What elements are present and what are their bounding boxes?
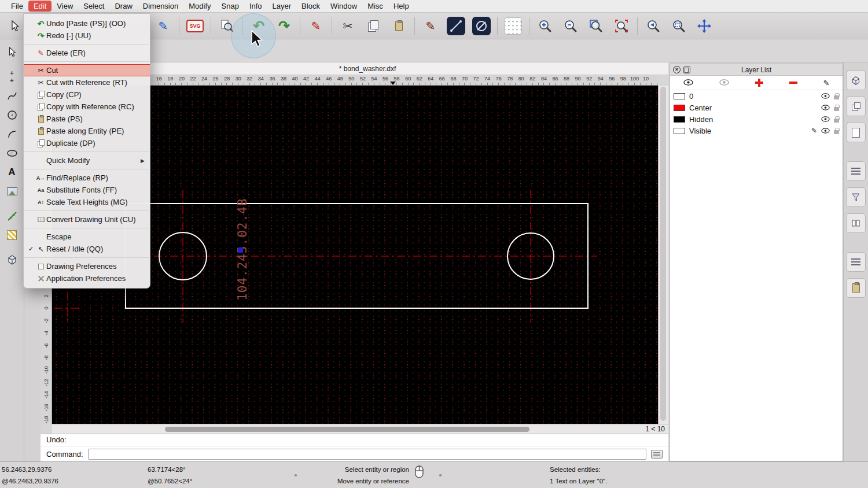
layer-row-0[interactable]: 0 [670,90,843,102]
grid-toggle-button[interactable] [501,14,526,38]
menu-item-scale-text-heights[interactable]: A↕Scale Text Heights (MG) [24,196,150,208]
menu-item-duplicate[interactable]: Duplicate (DP) [24,137,150,149]
washer-outline-rect[interactable] [126,204,588,308]
vertical-scrollbar[interactable] [658,86,668,424]
catalog-panel-button[interactable] [846,213,866,233]
delete-button[interactable]: ✎ [303,14,329,38]
menu-item-escape[interactable]: Escape [24,231,150,243]
zoom-out-button[interactable] [558,14,583,38]
mouse-hints: Select entity or region Move entity or r… [315,464,409,487]
select-arrow-tool[interactable] [2,42,23,61]
menu-item-find-replace[interactable]: A↔Find/Replace (RP) [24,172,150,184]
menu-item-paste[interactable]: Paste (PS) [24,113,150,125]
layer-visibility-toggle[interactable] [821,127,830,135]
layer-lock-icon[interactable] [834,119,839,123]
zoom-previous-button[interactable] [641,14,666,38]
menu-item-copy[interactable]: Copy (CP) [24,88,150,101]
layer-lock-icon[interactable] [834,130,839,134]
menu-misc[interactable]: Misc [362,1,388,12]
zoom-redraw-button[interactable] [609,14,634,38]
layer-visibility-toggle[interactable] [821,92,830,101]
measure-tool[interactable] [2,206,23,225]
layer-row-center[interactable]: Center [670,102,843,113]
snap-points-tool[interactable]: ++ [2,67,23,86]
menu-item-cut[interactable]: ✂Cut [24,64,150,76]
text-tool[interactable]: A [2,162,23,182]
block-list-panel-button[interactable] [846,71,866,90]
show-all-layers-button[interactable] [683,79,693,87]
close-panel-button[interactable]: × [673,66,681,73]
document-panel-button[interactable] [846,123,866,142]
zoom-auto-button[interactable] [583,14,609,38]
add-layer-button[interactable] [755,79,763,87]
edit-pen-button[interactable]: ✎ [150,14,176,38]
menu-snap[interactable]: Snap [216,1,244,12]
library-browser-button[interactable] [846,97,866,116]
clipboard-panel-button[interactable] [846,278,866,298]
menu-dimension[interactable]: Dimension [138,1,183,12]
arc-tool[interactable] [2,124,23,143]
line-tool-button[interactable] [443,14,469,38]
paste-button[interactable] [386,14,411,38]
menu-modify[interactable]: Modify [183,1,216,12]
horizontal-scrollbar[interactable] [52,424,642,434]
menu-layer[interactable]: Layer [267,1,297,12]
menu-item-quick-modify[interactable]: Quick Modify▶ [24,154,150,167]
zoom-window-button[interactable] [666,14,692,38]
menu-item-undo[interactable]: ↶Undo [Paste (PS)] (OO) [24,17,150,29]
remove-layer-button[interactable] [789,82,797,84]
command-input[interactable] [88,449,646,460]
command-list-panel-button[interactable] [846,161,866,181]
menu-info[interactable]: Info [244,1,267,12]
circle-tool-button[interactable] [469,14,494,38]
menu-select[interactable]: Select [78,1,109,12]
layer-lock-icon[interactable] [834,107,839,111]
hatch-tool[interactable] [2,225,23,245]
svg-export-button[interactable]: SVG [182,14,208,38]
layer-visibility-toggle[interactable] [821,115,830,124]
menu-file[interactable]: File [6,1,28,12]
selection-handle[interactable] [238,247,243,253]
menu-item-redo[interactable]: ↷Redo [-] (UU) [24,29,150,42]
menu-edit[interactable]: Edit [28,1,52,12]
cut-button[interactable]: ✂ [335,14,361,38]
menu-item-copy-with-reference[interactable]: Copy with Reference (RC) [24,101,150,113]
layer-lock-icon[interactable] [834,95,839,99]
layer-row-hidden[interactable]: Hidden [670,113,843,125]
edit-layer-button[interactable]: ✎ [823,79,830,87]
command-widget-toggle-button[interactable] [651,450,663,459]
menu-block[interactable]: Block [296,1,325,12]
hide-all-layers-button[interactable] [719,79,729,87]
ruler-h-label: 82 [527,75,539,85]
menu-item-cut-with-reference[interactable]: ✂Cut with Reference (RT) [24,76,150,88]
copy-button[interactable] [361,14,386,38]
menu-draw[interactable]: Draw [109,1,137,12]
block-tool[interactable] [2,250,23,269]
menu-item-substitute-fonts[interactable]: AaSubstitute Fonts (FF) [24,184,150,196]
stacked-squares-icon [854,102,860,109]
annotate-pen-button[interactable]: ✎ [418,14,443,38]
menu-item-drawing-preferences[interactable]: Drawing Preferences [24,260,150,272]
circle-tool[interactable] [2,105,23,124]
zoom-in-button[interactable] [532,14,558,38]
menu-item-reset-idle[interactable]: ✓↖Reset / Idle (QQ) [24,243,150,255]
image-tool[interactable] [2,182,23,201]
menu-window[interactable]: Window [325,1,362,12]
pan-button[interactable] [692,14,717,38]
filter-panel-button[interactable] [846,187,866,207]
dock-panel-button[interactable] [683,66,690,73]
horizontal-scrollbar-thumb[interactable] [165,427,529,432]
spline-tool[interactable] [2,86,23,105]
layer-visibility-toggle[interactable] [821,103,830,112]
vertical-scrollbar-thumb[interactable] [660,87,666,421]
menu-view[interactable]: View [52,1,78,12]
entity-list-panel-button[interactable] [846,252,866,272]
menu-item-paste-along-entity[interactable]: Paste along Entity (PE) [24,125,150,137]
ruler-h-label: 96 [606,75,618,85]
menu-item-application-preferences[interactable]: Application Preferences [24,272,150,284]
layer-row-visible[interactable]: Visible ✎ [670,125,843,136]
menu-help[interactable]: Help [388,1,414,12]
menu-item-delete[interactable]: ✎Delete (ER) [24,47,150,59]
ellipse-tool[interactable] [2,143,23,162]
menu-item-convert-drawing-unit[interactable]: Convert Drawing Unit (CU) [24,213,150,225]
